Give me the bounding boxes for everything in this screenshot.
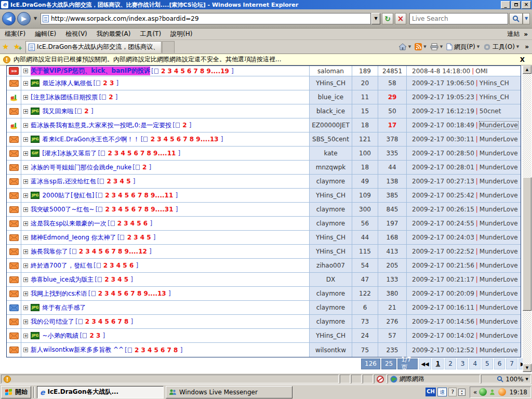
topic-page-links[interactable]: [ 2 3 4 5 6 7 8 9....19 ] <box>151 68 234 75</box>
expand-toggle[interactable]: + <box>23 179 28 184</box>
last-poster[interactable]: YHins_CH <box>480 94 509 101</box>
last-poster[interactable]: MunderLove <box>480 248 518 255</box>
last-poster[interactable]: MunderLove <box>480 234 518 241</box>
expand-toggle[interactable]: + <box>23 235 28 240</box>
infobar-message[interactable]: 內部網路設定目前已根據預設關閉。內部網路設定比網際網路設定還不安全。其他選項請按… <box>14 55 516 64</box>
last-poster[interactable]: MunderLove <box>480 122 518 129</box>
expand-toggle[interactable]: + <box>23 277 28 282</box>
topic-author[interactable]: YHins_CH <box>310 231 352 244</box>
page-link[interactable]: 6 <box>494 358 506 369</box>
last-poster[interactable]: MunderLove <box>480 262 518 269</box>
search-button[interactable] <box>509 13 523 24</box>
first-page-button[interactable]: ◀◀ <box>419 358 431 369</box>
topic-title-link[interactable]: 最近冰隊人氣很低 <box>42 79 92 88</box>
menu-item[interactable]: 我的最愛(A) <box>92 30 136 37</box>
topic-author[interactable]: YHins_CH <box>310 245 352 258</box>
topic-page-links[interactable]: [ 2 3 4 5 ] <box>97 178 136 185</box>
favorites-star-icon[interactable]: ★ <box>0 42 11 51</box>
topic-page-links[interactable]: [ 2 3 4 5 6 7 8 9....11 ] <box>95 192 178 199</box>
expand-toggle[interactable]: + <box>23 165 28 170</box>
expand-toggle[interactable]: + <box>23 123 28 128</box>
expand-toggle[interactable]: + <box>23 151 28 156</box>
topic-title-link[interactable]: 终于有点手感了 <box>42 303 86 312</box>
expand-toggle[interactable]: + <box>23 81 28 86</box>
topic-author[interactable]: blue_ice <box>310 90 352 104</box>
topic-author[interactable]: claymore <box>310 217 352 230</box>
topic-page-links[interactable]: [ 2 3 4 5 ] <box>117 234 156 241</box>
home-button[interactable]: ▼ <box>397 41 414 53</box>
topic-title-link[interactable]: 我又回来啦 <box>42 107 73 116</box>
page-menu-dropdown-icon[interactable]: ▼ <box>475 45 481 49</box>
topic-title-link[interactable]: 冰族的哥哥姐姐门那位会跳de_nuke <box>31 163 131 172</box>
information-bar[interactable]: ! 內部網路設定目前已根據預設關閉。內部網路設定比網際網路設定還不安全。其他選項… <box>0 54 532 65</box>
zoom-segment[interactable]: 100% ▼ <box>481 375 531 383</box>
topic-title-link[interactable]: 我突破5000了~红包~ <box>31 205 95 214</box>
page-link[interactable]: 2 <box>445 358 456 369</box>
topic-author[interactable]: claymore <box>310 287 352 300</box>
page-link[interactable]: 4 <box>469 358 481 369</box>
commandbar-overflow-icon[interactable]: » <box>522 43 532 50</box>
menu-overflow-icon[interactable]: » <box>523 31 532 38</box>
expand-toggle[interactable]: + <box>23 348 28 352</box>
address-bar[interactable]: http://www.sorpack.com/index.asp?boardid… <box>41 13 371 24</box>
last-poster[interactable]: MunderLove <box>480 192 518 199</box>
topic-page-links[interactable]: [ 2 3 4 5 6 ] <box>94 262 138 269</box>
topic-title-link[interactable]: [灌水]冰族又落后了 <box>42 149 97 158</box>
scroll-down-icon[interactable]: ▼ <box>523 364 531 372</box>
topic-author[interactable]: EZ00000JET <box>310 118 352 132</box>
topic-title-link[interactable]: 恭喜blue_ice成为版主 <box>31 275 94 284</box>
menu-item[interactable]: 說明(H) <box>166 30 197 37</box>
last-poster[interactable]: MunderLove <box>480 318 518 325</box>
stop-button[interactable]: × <box>395 13 406 24</box>
topic-title-link[interactable]: 蓝冰当sp后,还没给红包 <box>31 177 96 186</box>
last-poster[interactable]: MunderLove <box>480 332 518 339</box>
expand-toggle[interactable]: + <box>23 249 28 254</box>
topic-title-link[interactable]: 关于被VIP/SP惩罚、kick、banIP的投诉 <box>31 66 150 75</box>
topic-author[interactable]: YHins_CH <box>310 329 352 342</box>
ime-help-button[interactable]: ? <box>448 388 457 396</box>
topic-page-links[interactable]: [ 2 ] <box>99 94 117 101</box>
topic-title-link[interactable]: 終於過700了，發紅包 <box>31 261 92 270</box>
current-page[interactable]: 1 <box>432 358 444 369</box>
expand-toggle[interactable]: + <box>23 291 28 296</box>
feeds-dropdown-icon[interactable]: ▼ <box>422 45 428 49</box>
topic-title-link[interactable]: 族長我靠你了 <box>31 247 68 256</box>
scrollbar-thumb[interactable] <box>523 177 531 311</box>
search-input[interactable] <box>412 15 506 22</box>
last-poster[interactable]: MunderLove <box>480 290 518 297</box>
topic-page-links[interactable]: [ 2 3 ] <box>80 332 105 339</box>
expand-toggle[interactable]: + <box>23 109 28 114</box>
topic-page-links[interactable]: [ 2 3 4 5 6 7 8 9....12 ] <box>69 248 152 255</box>
expand-toggle[interactable]: + <box>23 221 28 226</box>
vertical-scrollbar[interactable]: ▲ ▼ <box>523 65 531 372</box>
ime-indicator[interactable]: 速 <box>437 388 447 396</box>
topic-page-links[interactable]: [ 2 ] <box>132 164 151 171</box>
taskbar-clock[interactable]: 19:18 <box>508 389 527 396</box>
last-poster[interactable]: MunderLove <box>480 150 518 157</box>
topic-page-links[interactable]: [ 2 3 4 5 6 7 8 ] <box>125 347 182 354</box>
expand-toggle[interactable]: + <box>23 334 28 338</box>
tools-menu-button[interactable]: 工具(O) ▼ <box>482 41 522 53</box>
expand-toggle[interactable]: + <box>23 207 28 212</box>
address-dropdown-icon[interactable]: ▼ <box>371 13 380 24</box>
forward-button[interactable]: ▶ <box>17 12 31 25</box>
page-link[interactable]: 7 <box>506 358 517 369</box>
url-text[interactable]: http://www.sorpack.com/index.asp?boardid… <box>51 15 199 22</box>
topic-author[interactable]: zihao007 <box>310 259 352 272</box>
topic-author[interactable]: SBS_50cent <box>310 132 352 146</box>
last-poster[interactable]: MunderLove <box>480 178 518 185</box>
topic-author[interactable]: mnzqwpk <box>310 161 352 174</box>
topic-title-link[interactable]: 看来IcE.DraGon水王也不少啊！！ <box>42 135 139 144</box>
last-poster[interactable]: MunderLove <box>480 347 518 354</box>
language-indicator[interactable]: CH <box>425 388 436 396</box>
topic-author[interactable]: black_ice <box>310 104 352 118</box>
page-link[interactable]: 5 <box>482 358 493 369</box>
search-options-dropdown-icon[interactable]: ▼ <box>523 13 530 24</box>
topic-author[interactable]: YHins_CH <box>310 76 352 90</box>
last-poster[interactable]: OMI <box>475 68 487 75</box>
last-poster[interactable]: MunderLove <box>480 206 518 213</box>
last-poster[interactable]: 50cnet <box>480 108 501 115</box>
home-dropdown-icon[interactable]: ▼ <box>407 45 413 49</box>
topic-title-link[interactable]: 我的公司结业了 <box>31 317 74 326</box>
topic-page-links[interactable]: [ 2 ] <box>74 108 93 115</box>
